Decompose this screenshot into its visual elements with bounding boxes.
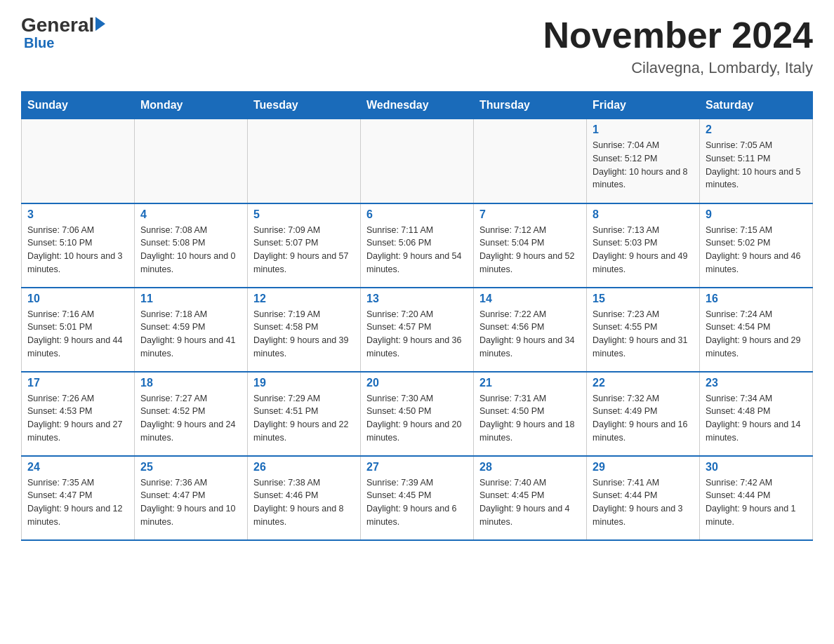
table-row: 5Sunrise: 7:09 AM Sunset: 5:07 PM Daylig…	[248, 203, 361, 288]
table-row: 11Sunrise: 7:18 AM Sunset: 4:59 PM Dayli…	[135, 288, 248, 372]
day-number: 2	[706, 123, 807, 136]
table-row: 10Sunrise: 7:16 AM Sunset: 5:01 PM Dayli…	[22, 288, 135, 372]
table-row: 30Sunrise: 7:42 AM Sunset: 4:44 PM Dayli…	[700, 456, 813, 540]
day-info: Sunrise: 7:12 AM Sunset: 5:04 PM Dayligh…	[479, 224, 581, 276]
day-number: 11	[140, 293, 241, 305]
day-number: 20	[366, 377, 468, 389]
table-row: 28Sunrise: 7:40 AM Sunset: 4:45 PM Dayli…	[474, 456, 587, 540]
day-number: 12	[253, 293, 355, 305]
day-number: 22	[593, 377, 694, 389]
day-info: Sunrise: 7:09 AM Sunset: 5:07 PM Dayligh…	[253, 224, 355, 276]
table-row: 4Sunrise: 7:08 AM Sunset: 5:08 PM Daylig…	[135, 203, 248, 288]
calendar-week-row: 24Sunrise: 7:35 AM Sunset: 4:47 PM Dayli…	[22, 456, 813, 540]
day-number: 13	[366, 293, 468, 305]
header-friday: Friday	[587, 92, 700, 119]
day-number: 19	[253, 377, 355, 389]
table-row: 2Sunrise: 7:05 AM Sunset: 5:11 PM Daylig…	[700, 119, 813, 203]
table-row: 19Sunrise: 7:29 AM Sunset: 4:51 PM Dayli…	[248, 372, 361, 456]
day-number: 15	[593, 293, 694, 305]
calendar-week-row: 3Sunrise: 7:06 AM Sunset: 5:10 PM Daylig…	[22, 203, 813, 288]
calendar-header-row: Sunday Monday Tuesday Wednesday Thursday…	[22, 92, 813, 119]
calendar-title-area: November 2024 Cilavegna, Lombardy, Italy	[543, 14, 813, 77]
table-row: 8Sunrise: 7:13 AM Sunset: 5:03 PM Daylig…	[587, 203, 700, 288]
logo-general: General	[21, 14, 94, 36]
table-row: 13Sunrise: 7:20 AM Sunset: 4:57 PM Dayli…	[361, 288, 474, 372]
table-row	[361, 119, 474, 203]
day-info: Sunrise: 7:05 AM Sunset: 5:11 PM Dayligh…	[706, 139, 807, 192]
day-number: 21	[479, 377, 581, 389]
calendar-week-row: 10Sunrise: 7:16 AM Sunset: 5:01 PM Dayli…	[22, 288, 813, 372]
table-row: 27Sunrise: 7:39 AM Sunset: 4:45 PM Dayli…	[361, 456, 474, 540]
page-header: General Blue November 2024 Cilavegna, Lo…	[21, 14, 813, 77]
header-sunday: Sunday	[22, 92, 135, 119]
day-number: 17	[27, 377, 128, 389]
header-wednesday: Wednesday	[361, 92, 474, 119]
header-monday: Monday	[135, 92, 248, 119]
day-number: 8	[593, 208, 694, 221]
day-number: 4	[140, 208, 241, 221]
day-info: Sunrise: 7:39 AM Sunset: 4:45 PM Dayligh…	[366, 476, 468, 529]
day-number: 1	[593, 123, 694, 136]
day-number: 28	[479, 461, 581, 474]
day-info: Sunrise: 7:20 AM Sunset: 4:57 PM Dayligh…	[366, 308, 468, 361]
table-row: 22Sunrise: 7:32 AM Sunset: 4:49 PM Dayli…	[587, 372, 700, 456]
table-row: 6Sunrise: 7:11 AM Sunset: 5:06 PM Daylig…	[361, 203, 474, 288]
day-number: 3	[27, 208, 128, 221]
day-number: 7	[479, 208, 581, 221]
table-row: 12Sunrise: 7:19 AM Sunset: 4:58 PM Dayli…	[248, 288, 361, 372]
day-number: 5	[253, 208, 355, 221]
day-info: Sunrise: 7:24 AM Sunset: 4:54 PM Dayligh…	[706, 308, 807, 361]
day-number: 30	[706, 461, 807, 474]
table-row: 23Sunrise: 7:34 AM Sunset: 4:48 PM Dayli…	[700, 372, 813, 456]
day-info: Sunrise: 7:36 AM Sunset: 4:47 PM Dayligh…	[140, 476, 241, 529]
table-row: 14Sunrise: 7:22 AM Sunset: 4:56 PM Dayli…	[474, 288, 587, 372]
day-info: Sunrise: 7:23 AM Sunset: 4:55 PM Dayligh…	[593, 308, 694, 361]
day-number: 25	[140, 461, 241, 474]
day-number: 14	[479, 293, 581, 305]
day-number: 29	[593, 461, 694, 474]
day-info: Sunrise: 7:42 AM Sunset: 4:44 PM Dayligh…	[706, 476, 807, 529]
table-row: 3Sunrise: 7:06 AM Sunset: 5:10 PM Daylig…	[22, 203, 135, 288]
table-row: 20Sunrise: 7:30 AM Sunset: 4:50 PM Dayli…	[361, 372, 474, 456]
table-row	[474, 119, 587, 203]
day-info: Sunrise: 7:41 AM Sunset: 4:44 PM Dayligh…	[593, 476, 694, 529]
month-year-title: November 2024	[543, 14, 813, 56]
table-row: 1Sunrise: 7:04 AM Sunset: 5:12 PM Daylig…	[587, 119, 700, 203]
logo-text: General	[21, 14, 105, 36]
day-info: Sunrise: 7:35 AM Sunset: 4:47 PM Dayligh…	[27, 476, 128, 529]
day-info: Sunrise: 7:19 AM Sunset: 4:58 PM Dayligh…	[253, 308, 355, 361]
table-row: 25Sunrise: 7:36 AM Sunset: 4:47 PM Dayli…	[135, 456, 248, 540]
day-info: Sunrise: 7:16 AM Sunset: 5:01 PM Dayligh…	[27, 308, 128, 361]
table-row	[248, 119, 361, 203]
day-info: Sunrise: 7:04 AM Sunset: 5:12 PM Dayligh…	[593, 139, 694, 192]
logo-blue: Blue	[24, 35, 54, 51]
table-row: 21Sunrise: 7:31 AM Sunset: 4:50 PM Dayli…	[474, 372, 587, 456]
day-info: Sunrise: 7:38 AM Sunset: 4:46 PM Dayligh…	[253, 476, 355, 529]
day-info: Sunrise: 7:34 AM Sunset: 4:48 PM Dayligh…	[706, 392, 807, 445]
table-row: 17Sunrise: 7:26 AM Sunset: 4:53 PM Dayli…	[22, 372, 135, 456]
day-info: Sunrise: 7:08 AM Sunset: 5:08 PM Dayligh…	[140, 224, 241, 276]
table-row	[22, 119, 135, 203]
table-row: 29Sunrise: 7:41 AM Sunset: 4:44 PM Dayli…	[587, 456, 700, 540]
calendar-week-row: 17Sunrise: 7:26 AM Sunset: 4:53 PM Dayli…	[22, 372, 813, 456]
day-info: Sunrise: 7:40 AM Sunset: 4:45 PM Dayligh…	[479, 476, 581, 529]
calendar-table: Sunday Monday Tuesday Wednesday Thursday…	[21, 91, 813, 541]
table-row: 24Sunrise: 7:35 AM Sunset: 4:47 PM Dayli…	[22, 456, 135, 540]
day-number: 18	[140, 377, 241, 389]
header-thursday: Thursday	[474, 92, 587, 119]
table-row: 7Sunrise: 7:12 AM Sunset: 5:04 PM Daylig…	[474, 203, 587, 288]
logo-arrow-icon	[95, 17, 105, 31]
day-number: 6	[366, 208, 468, 221]
day-info: Sunrise: 7:29 AM Sunset: 4:51 PM Dayligh…	[253, 392, 355, 445]
day-info: Sunrise: 7:27 AM Sunset: 4:52 PM Dayligh…	[140, 392, 241, 445]
day-info: Sunrise: 7:26 AM Sunset: 4:53 PM Dayligh…	[27, 392, 128, 445]
table-row	[135, 119, 248, 203]
day-info: Sunrise: 7:18 AM Sunset: 4:59 PM Dayligh…	[140, 308, 241, 361]
table-row: 18Sunrise: 7:27 AM Sunset: 4:52 PM Dayli…	[135, 372, 248, 456]
day-number: 27	[366, 461, 468, 474]
day-number: 26	[253, 461, 355, 474]
day-info: Sunrise: 7:13 AM Sunset: 5:03 PM Dayligh…	[593, 224, 694, 276]
table-row: 9Sunrise: 7:15 AM Sunset: 5:02 PM Daylig…	[700, 203, 813, 288]
location-subtitle: Cilavegna, Lombardy, Italy	[543, 59, 813, 77]
day-info: Sunrise: 7:22 AM Sunset: 4:56 PM Dayligh…	[479, 308, 581, 361]
